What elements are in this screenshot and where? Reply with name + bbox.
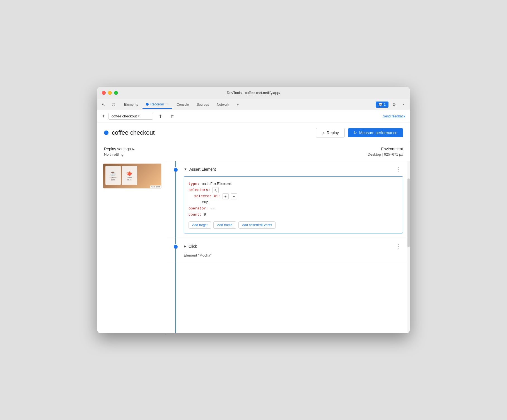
layers-button[interactable]: ⬡ xyxy=(110,101,117,108)
operator-key: operator: xyxy=(189,206,208,212)
title-bar: DevTools - coffee-cart.netlify.app/ xyxy=(97,87,410,99)
tab-more[interactable]: » xyxy=(233,100,242,109)
click-step: ▶ Click ⋮ Element "Mocha" xyxy=(167,238,410,262)
selectors-key: selectors: xyxy=(189,187,210,193)
thumb-card-2: 🫖 Mocha $9.00 xyxy=(122,166,137,185)
type-val: waitForElement xyxy=(202,181,232,187)
tab-bar-right: 💬 1 ⚙ ⋮ xyxy=(376,101,407,108)
trash-icon: 🗑 xyxy=(170,114,174,119)
step-menu-button-assert[interactable]: ⋮ xyxy=(395,166,403,173)
recording-title: coffee checkout xyxy=(112,129,155,136)
chat-button[interactable]: 💬 1 xyxy=(376,102,388,108)
thumbnail-inner: ☕ Espresso $8.00 🫖 Mocha $9.00 Total: $0… xyxy=(103,164,161,188)
replay-settings-button[interactable]: Replay settings ▶ xyxy=(104,147,135,151)
close-button[interactable] xyxy=(102,91,106,95)
cursor-tool-button[interactable]: ↖ xyxy=(100,101,107,108)
chevron-down-icon: ▾ xyxy=(138,114,140,118)
tab-sources-label: Sources xyxy=(197,103,209,107)
tab-network[interactable]: Network xyxy=(213,100,232,109)
export-button[interactable]: ⬆ xyxy=(156,112,165,120)
scrollbar-track xyxy=(407,161,410,333)
window-title: DevTools - coffee-cart.netlify.app/ xyxy=(227,91,280,95)
replay-label: Replay xyxy=(327,131,339,135)
tab-console[interactable]: Console xyxy=(173,100,192,109)
send-feedback-link[interactable]: Send feedback xyxy=(383,114,405,118)
expand-arrow-icon[interactable]: ▼ xyxy=(184,167,187,171)
code-line-selector1: selector #1: + − xyxy=(194,193,398,199)
recording-actions: ▷ Replay ↻ Measure performance xyxy=(316,128,403,137)
devtools-body: + coffee checkout ▾ ⬆ 🗑 Send feedback co… xyxy=(97,110,410,333)
code-line-count: count: 9 xyxy=(189,212,398,218)
measure-performance-button[interactable]: ↻ Measure performance xyxy=(348,128,403,137)
play-icon: ▷ xyxy=(322,131,325,135)
more-vert-icon: ⋮ xyxy=(401,102,406,107)
timeline-sidebar: ☕ Espresso $8.00 🫖 Mocha $9.00 Total: $0… xyxy=(97,161,167,333)
tab-console-label: Console xyxy=(177,103,189,107)
new-recording-button[interactable]: + xyxy=(102,113,105,119)
tab-bar: ↖ ⬡ Elements Recorder ✕ Console Sources … xyxy=(97,99,410,110)
code-line-selectors: selectors: ↖ xyxy=(189,187,398,193)
step-title-area-click: ▶ Click xyxy=(184,244,197,248)
steps-container: ☕ Espresso $8.00 🫖 Mocha $9.00 Total: $0… xyxy=(97,161,410,333)
export-icon: ⬆ xyxy=(159,114,162,119)
assert-step-title: Assert Element xyxy=(189,167,216,172)
devtools-window: DevTools - coffee-cart.netlify.app/ ↖ ⬡ … xyxy=(97,87,410,333)
thumb-card-1: ☕ Espresso $8.00 xyxy=(105,166,121,185)
recording-status-dot xyxy=(104,131,108,135)
tab-more-label: » xyxy=(237,103,239,107)
replay-button[interactable]: ▷ Replay xyxy=(316,128,345,137)
operator-val: == xyxy=(210,206,215,212)
assert-element-step: ▼ Assert Element ⋮ type: waitForElement … xyxy=(167,161,410,238)
environment-label: Environment xyxy=(381,147,403,151)
throttling-label: No throttling xyxy=(104,152,135,156)
type-key: type: xyxy=(189,181,199,187)
tab-recorder[interactable]: Recorder ✕ xyxy=(143,100,172,109)
expand-arrow-icon-click[interactable]: ▶ xyxy=(184,244,186,248)
environment-value: Desktop | 625×671 px xyxy=(368,152,403,156)
add-selector-button[interactable]: + xyxy=(223,193,229,199)
step-menu-button-click[interactable]: ⋮ xyxy=(395,243,403,250)
tab-sources[interactable]: Sources xyxy=(193,100,212,109)
code-line-operator: operator: == xyxy=(189,206,398,212)
delete-button[interactable]: 🗑 xyxy=(168,112,177,120)
settings-right: Environment Desktop | 625×671 px xyxy=(368,147,403,156)
code-line-selector-val: .cup xyxy=(200,199,398,206)
record-dot-icon xyxy=(146,103,149,106)
step-dot-assert xyxy=(173,167,178,172)
tab-close-icon[interactable]: ✕ xyxy=(166,102,169,106)
code-block-assert: type: waitForElement selectors: ↖ select… xyxy=(184,176,403,233)
maximize-button[interactable] xyxy=(114,91,118,95)
chat-icon: 💬 xyxy=(378,103,383,107)
selector1-key: selector #1: xyxy=(194,193,220,199)
tab-network-label: Network xyxy=(217,103,229,107)
recording-title-area: coffee checkout xyxy=(104,129,155,136)
recording-selector[interactable]: coffee checkout ▾ xyxy=(108,113,153,120)
tab-recorder-label: Recorder xyxy=(150,102,164,106)
minimize-button[interactable] xyxy=(108,91,112,95)
step-actions-assert: Add target Add frame Add assertedEvents xyxy=(189,221,398,229)
remove-selector-button[interactable]: − xyxy=(231,193,237,199)
traffic-lights xyxy=(102,91,118,95)
step-dot-click xyxy=(173,244,178,249)
settings-row: Replay settings ▶ No throttling Environm… xyxy=(97,142,410,161)
click-step-title: Click xyxy=(189,244,197,248)
add-target-button[interactable]: Add target xyxy=(189,221,211,229)
tab-elements-label: Elements xyxy=(124,103,138,107)
replay-settings-text: Replay settings xyxy=(104,147,131,151)
count-val: 9 xyxy=(204,212,206,218)
chat-count: 1 xyxy=(384,103,386,107)
tab-elements[interactable]: Elements xyxy=(121,100,141,109)
settings-button[interactable]: ⚙ xyxy=(390,101,398,108)
refresh-icon: ↻ xyxy=(354,131,357,135)
count-key: count: xyxy=(189,212,202,218)
more-menu-button[interactable]: ⋮ xyxy=(400,101,407,108)
screenshot-thumbnail[interactable]: ☕ Espresso $8.00 🫖 Mocha $9.00 Total: $0… xyxy=(103,163,161,189)
scrollbar-thumb[interactable] xyxy=(407,178,410,247)
gear-icon: ⚙ xyxy=(392,102,396,107)
thumb-mug-icon-2: 🫖 xyxy=(126,170,132,176)
click-step-description: Element "Mocha" xyxy=(184,253,403,257)
selector-picker-button[interactable]: ↖ xyxy=(213,187,219,193)
code-line-type: type: waitForElement xyxy=(189,181,398,187)
add-frame-button[interactable]: Add frame xyxy=(213,221,236,229)
add-asserted-events-button[interactable]: Add assertedEvents xyxy=(238,221,276,229)
